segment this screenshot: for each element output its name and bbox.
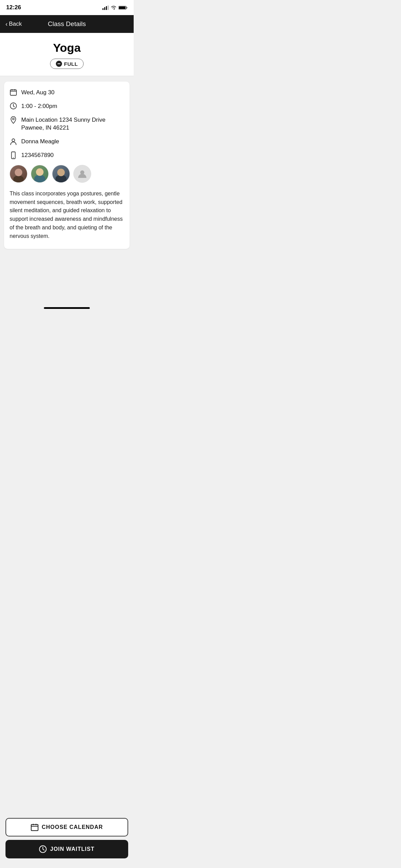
- participant-avatar-2[interactable]: [31, 165, 49, 183]
- svg-rect-1: [104, 7, 105, 10]
- nav-bar: ‹ Back Class Details: [0, 15, 134, 33]
- location-text: Main Location 1234 Sunny Drive Pawnee, I…: [21, 116, 124, 132]
- svg-rect-5: [119, 7, 125, 9]
- time-row: 1:00 - 2:00pm: [10, 102, 124, 110]
- nav-title: Class Details: [48, 20, 86, 28]
- avatars-row: [10, 165, 124, 183]
- back-label: Back: [9, 21, 22, 27]
- svg-rect-8: [14, 89, 15, 91]
- participant-avatar-placeholder[interactable]: [73, 165, 91, 183]
- person-icon: [10, 138, 17, 145]
- main-content: Yoga FULL Wed, Aug 30: [0, 33, 134, 302]
- svg-rect-3: [108, 5, 109, 10]
- class-header: Yoga FULL: [0, 33, 134, 76]
- instructor-row: Donna Meagle: [10, 137, 124, 146]
- signal-icon: [102, 5, 109, 10]
- location-icon: [10, 116, 17, 124]
- date-row: Wed, Aug 30: [10, 88, 124, 97]
- back-button[interactable]: ‹ Back: [5, 21, 22, 28]
- home-indicator: [0, 302, 134, 314]
- svg-point-11: [12, 139, 15, 142]
- phone-row: 1234567890: [10, 151, 124, 159]
- battery-icon: [119, 5, 127, 10]
- class-description: This class incorporates yoga postures, g…: [10, 190, 124, 241]
- time-text: 1:00 - 2:00pm: [21, 102, 57, 110]
- status-bar: 12:26: [0, 0, 134, 15]
- class-title: Yoga: [5, 41, 128, 55]
- svg-rect-0: [102, 8, 104, 10]
- clock-icon: [10, 103, 17, 109]
- full-badge: FULL: [50, 59, 84, 69]
- full-badge-icon: [56, 61, 62, 67]
- calendar-icon: [10, 89, 17, 96]
- wifi-icon: [111, 5, 117, 10]
- participant-avatar-1[interactable]: [10, 165, 27, 183]
- svg-point-12: [13, 157, 14, 158]
- status-time: 12:26: [6, 4, 21, 11]
- status-icons: [102, 5, 127, 10]
- spacer: [0, 254, 134, 296]
- phone-text: 1234567890: [21, 151, 54, 159]
- svg-point-10: [13, 118, 14, 120]
- instructor-text: Donna Meagle: [21, 137, 59, 146]
- svg-rect-7: [12, 89, 12, 91]
- back-chevron-icon: ‹: [5, 21, 8, 28]
- location-row: Main Location 1234 Sunny Drive Pawnee, I…: [10, 116, 124, 132]
- date-text: Wed, Aug 30: [21, 88, 54, 97]
- participant-avatar-3[interactable]: [52, 165, 70, 183]
- full-badge-label: FULL: [64, 61, 78, 67]
- home-bar: [44, 307, 90, 309]
- svg-rect-6: [10, 90, 16, 95]
- phone-icon: [10, 152, 17, 159]
- svg-rect-2: [106, 6, 107, 10]
- details-card: Wed, Aug 30 1:00 - 2:00pm Main Location …: [4, 82, 130, 249]
